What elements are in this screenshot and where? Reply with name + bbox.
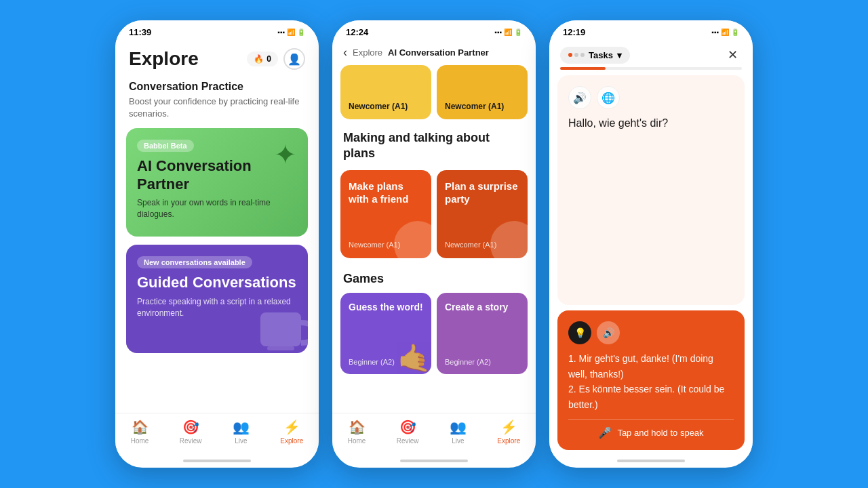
signal-icon: ▪▪▪ (277, 28, 285, 36)
response-icons-row: 💡 🔊 (568, 321, 734, 344)
nav-explore-2[interactable]: ⚡ Explore (497, 419, 520, 445)
section-conversation-practice-title: Conversation Practice (115, 75, 319, 96)
wifi-icon-3: 📶 (721, 28, 729, 36)
chevron-down-icon: ▾ (617, 50, 622, 60)
game-card-title-1: Guess the word! (349, 301, 423, 313)
circle-decoration-1 (394, 221, 431, 258)
status-bar-2: 12:24 ▪▪▪ 📶 🔋 (332, 20, 536, 40)
section-conversation-practice-desc: Boost your confidence by practicing real… (115, 96, 319, 128)
game-card-title-2: Create a story (445, 301, 519, 313)
phone-explore: 11:39 ▪▪▪ 📶 🔋 Explore 🔥 0 👤 (115, 20, 319, 468)
phone2-nav: ‹ Explore AI Conversation Partner (332, 40, 536, 65)
task-dot-3 (580, 53, 585, 57)
practice-card-1[interactable]: Make plans with a friend Newcomer (A1) (340, 170, 431, 258)
explore-title: Explore (129, 48, 199, 70)
nav-live-2[interactable]: 👥 Live (450, 419, 467, 445)
signal-icon-2: ▪▪▪ (494, 28, 502, 36)
person-icon: 👤 (288, 53, 301, 66)
phone2-scroll-content: ‹ Explore AI Conversation Partner Newcom… (332, 40, 536, 413)
explore-icon-2: ⚡ (500, 419, 517, 435)
breadcrumb-explore: Explore (353, 47, 382, 58)
game-cards-row: Guess the word! Beginner (A2) 🤙 Create a… (332, 293, 536, 374)
time-1: 11:39 (129, 27, 151, 37)
nav-review-1[interactable]: 🎯 Review (180, 419, 202, 445)
practice-card-title-1: Make plans with a friend (349, 180, 423, 206)
status-bar-3: 12:19 ▪▪▪ 📶 🔋 (549, 20, 753, 40)
practice-card-2[interactable]: Plan a surprise party Newcomer (A1) (437, 170, 528, 258)
cup-decoration (247, 292, 308, 353)
phone-conversation: 12:19 ▪▪▪ 📶 🔋 Tasks ▾ ✕ (549, 20, 753, 468)
response-option-1[interactable]: 1. Mir geht's gut, danke! (I'm doing wel… (568, 351, 734, 382)
progress-bar-fill (560, 67, 606, 70)
conversation-header: Tasks ▾ ✕ (549, 40, 753, 67)
new-conversations-badge: New conversations available (137, 256, 252, 268)
back-button[interactable]: ‹ (343, 45, 347, 60)
game-card-level-2: Beginner (A2) (445, 358, 519, 366)
mic-icon: 🎤 (598, 426, 612, 439)
tasks-label: Tasks (589, 50, 613, 60)
speaker-button[interactable]: 🔊 (568, 86, 591, 109)
nav-home-label-1: Home (131, 437, 149, 445)
flame-icon: 🔥 (254, 54, 264, 64)
guided-card-title: Guided Conversations (137, 274, 297, 291)
progress-bar-container (560, 67, 742, 70)
nav-explore-1[interactable]: ⚡ Explore (280, 419, 303, 445)
svg-rect-1 (267, 346, 294, 350)
coin-count: 0 (267, 54, 271, 64)
home-indicator-2 (400, 460, 468, 462)
phone-ai-partner: 12:24 ▪▪▪ 📶 🔋 ‹ Explore AI Conversation … (332, 20, 536, 468)
nav-home-2[interactable]: 🏠 Home (348, 419, 366, 445)
battery-icon-2: 🔋 (514, 28, 522, 36)
status-icons-2: ▪▪▪ 📶 🔋 (494, 28, 522, 36)
ai-card-desc: Speak in your own words in real-time dia… (137, 197, 297, 220)
home-icon-2: 🏠 (349, 419, 366, 435)
battery-icon-3: 🔋 (731, 28, 739, 36)
conversation-message-area: 🔊 🌐 Hallo, wie geht's dir? (557, 75, 745, 305)
ai-card-title: AI Conversation Partner (137, 157, 297, 193)
review-icon-2: 🎯 (399, 419, 416, 435)
explore-icon: ⚡ (283, 419, 300, 435)
nav-review-label-1: Review (180, 437, 202, 445)
hand-decoration: 🤙 (397, 342, 431, 374)
level-cards-row: Newcomer (A1) Newcomer (A1) (332, 65, 536, 127)
phone3-content: Tasks ▾ ✕ 🔊 🌐 Hallo, wie geht's dir? 💡 🔊 (549, 40, 753, 455)
status-bar-1: 11:39 ▪▪▪ 📶 🔋 (115, 20, 319, 40)
bulb-button[interactable]: 💡 (568, 321, 591, 344)
translate-button[interactable]: 🌐 (597, 86, 620, 109)
live-icon-2: 👥 (450, 419, 467, 435)
bottom-nav-1: 🏠 Home 🎯 Review 👥 Live ⚡ Explore (115, 413, 319, 455)
nav-explore-label-2: Explore (497, 437, 520, 445)
topic-title: Making and talking about plans (332, 127, 536, 170)
task-dot-1 (568, 53, 572, 57)
nav-review-2[interactable]: 🎯 Review (397, 419, 419, 445)
level-card-1[interactable]: Newcomer (A1) (340, 65, 431, 119)
level-card-2[interactable]: Newcomer (A1) (437, 65, 528, 119)
svg-rect-0 (260, 312, 301, 346)
game-card-2[interactable]: Create a story Beginner (A2) (437, 293, 528, 374)
tap-hold-row: 🎤 Tap and hold to speak (568, 419, 734, 439)
nav-live-1[interactable]: 👥 Live (233, 419, 250, 445)
response-option-2[interactable]: 2. Es könnte besser sein. (It could be b… (568, 382, 734, 412)
explore-header-icons: 🔥 0 👤 (247, 48, 305, 70)
page-title-2: AI Conversation Partner (388, 47, 489, 58)
coin-badge[interactable]: 🔥 0 (247, 52, 278, 66)
audio-button[interactable]: 🔊 (597, 321, 620, 344)
avatar-icon[interactable]: 👤 (283, 48, 305, 70)
wifi-icon: 📶 (287, 28, 295, 36)
tap-hold-label: Tap and hold to speak (617, 428, 703, 438)
time-2: 12:24 (346, 27, 368, 37)
nav-review-label-2: Review (397, 437, 419, 445)
nav-home-1[interactable]: 🏠 Home (131, 419, 149, 445)
guided-conversations-card[interactable]: New conversations available Guided Conve… (126, 245, 308, 353)
wifi-icon-2: 📶 (504, 28, 512, 36)
practice-cards-row: Make plans with a friend Newcomer (A1) P… (332, 170, 536, 266)
close-button[interactable]: ✕ (723, 45, 742, 64)
home-indicator-1 (183, 460, 251, 462)
game-card-1[interactable]: Guess the word! Beginner (A2) 🤙 (340, 293, 431, 374)
live-icon: 👥 (233, 419, 250, 435)
ai-conversation-card[interactable]: Babbel Beta AI Conversation Partner Spea… (126, 128, 308, 237)
home-indicator-3 (617, 460, 685, 462)
tasks-button[interactable]: Tasks ▾ (560, 47, 630, 64)
response-options: 1. Mir geht's gut, danke! (I'm doing wel… (568, 351, 734, 412)
explore-header: Explore 🔥 0 👤 (115, 40, 319, 75)
